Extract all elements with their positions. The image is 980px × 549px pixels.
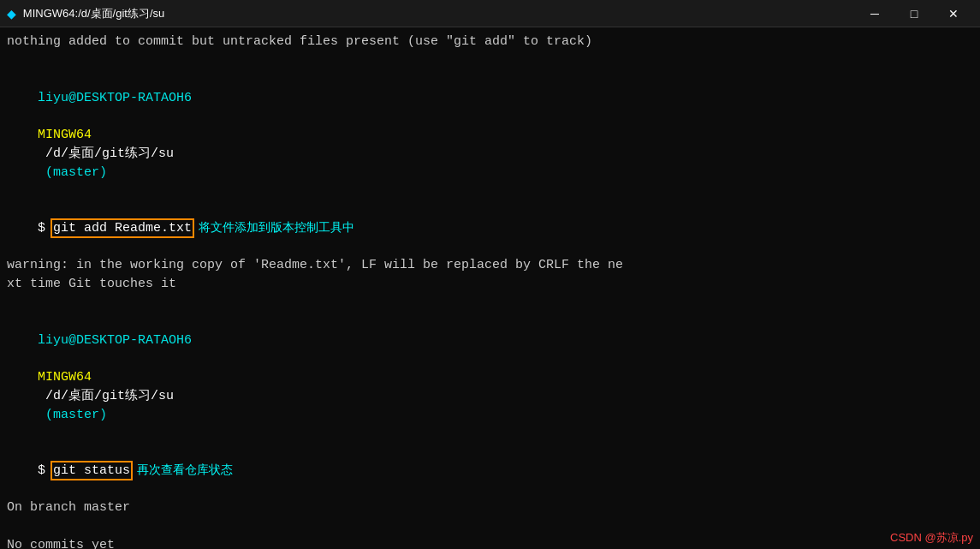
title-bar: ◆ MINGW64:/d/桌面/git练习/su ─ □ ✕ xyxy=(0,0,980,27)
prompt-space-1 xyxy=(38,109,45,123)
prompt-space-2 xyxy=(38,351,45,366)
prompt-line-2: liyu@DESKTOP-RATAOH6 MINGW64 /d/桌面/git练习… xyxy=(7,313,973,443)
cmd-line-1: $ git add Readme.txt将文件添加到版本控制工具中 xyxy=(7,200,973,256)
minimize-button[interactable]: ─ xyxy=(855,0,894,27)
prompt-user-2: liyu@DESKTOP-RATAOH6 xyxy=(38,333,192,348)
prompt-branch-1: (master) xyxy=(38,165,107,180)
prompt-branch-2: (master) xyxy=(38,408,107,422)
cmd-1-text: git add Readme.txt xyxy=(53,221,192,236)
prompt-line-1: liyu@DESKTOP-RATAOH6 MINGW64 /d/桌面/git练习… xyxy=(7,70,973,200)
warning-line-1: warning: in the working copy of 'Readme.… xyxy=(7,256,973,275)
app-icon: ◆ xyxy=(7,4,16,23)
cmd-1-box: git add Readme.txt xyxy=(53,221,192,236)
title-bar-text: MINGW64:/d/桌面/git练习/su xyxy=(23,6,848,21)
warning-line-2: xt time Git touches it xyxy=(7,275,973,294)
output-no-commits: No commits yet xyxy=(7,536,973,549)
empty-line-1 xyxy=(7,51,973,70)
dollar-2: $ xyxy=(38,463,53,478)
cmd-2-box: git status xyxy=(53,463,130,478)
annotation-2: 再次查看仓库状态 xyxy=(137,463,233,477)
close-button[interactable]: ✕ xyxy=(934,0,973,27)
title-bar-controls: ─ □ ✕ xyxy=(855,0,973,27)
cmd-line-2: $ git status再次查看仓库状态 xyxy=(7,443,973,498)
prompt-user-1: liyu@DESKTOP-RATAOH6 xyxy=(38,91,192,105)
prompt-path-2: /d/桌面/git练习/su xyxy=(38,389,174,403)
cmd-2-text: git status xyxy=(53,463,130,478)
csdn-badge: CSDN @苏凉.py xyxy=(890,530,973,546)
output-line-1: nothing added to commit but untracked fi… xyxy=(7,33,973,51)
dollar-1: $ xyxy=(38,221,53,236)
empty-line-3 xyxy=(7,517,973,536)
terminal[interactable]: nothing added to commit but untracked fi… xyxy=(0,27,980,549)
prompt-path-1: /d/桌面/git练习/su xyxy=(38,146,174,161)
restore-button[interactable]: □ xyxy=(894,0,934,27)
prompt-dir-label-2: MINGW64 xyxy=(38,370,92,385)
annotation-1: 将文件添加到版本控制工具中 xyxy=(199,221,354,235)
output-branch: On branch master xyxy=(7,498,973,517)
empty-line-2 xyxy=(7,294,973,313)
prompt-dir-label-1: MINGW64 xyxy=(38,128,92,142)
